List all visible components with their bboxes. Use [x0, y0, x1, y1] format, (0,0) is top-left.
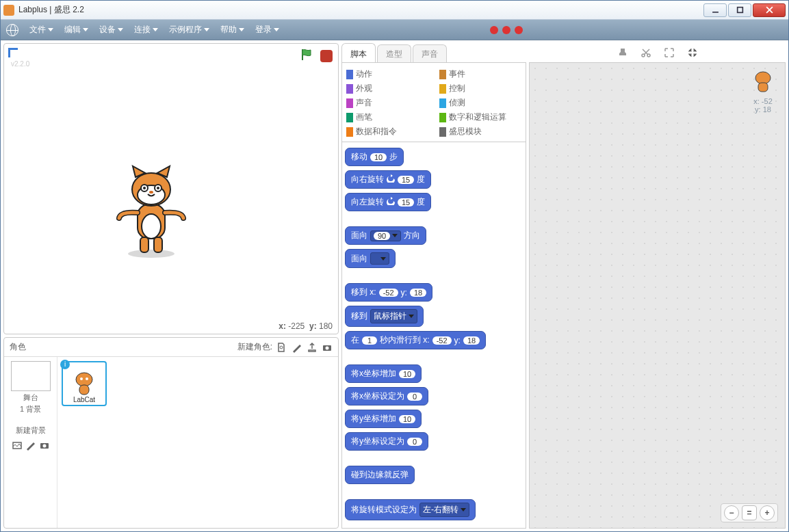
backdrop-paint-icon[interactable]	[25, 440, 36, 451]
turn-left-icon	[387, 197, 395, 207]
category-item[interactable]: 外观	[346, 83, 428, 94]
category-item[interactable]: 事件	[439, 68, 521, 80]
category-item[interactable]: 画笔	[346, 111, 428, 123]
block-set-x[interactable]: 将x坐标设定为0	[345, 387, 428, 405]
category-pane: 动作事件外观控制声音侦测画笔数字和逻辑运算数据和指令盛思模块	[341, 62, 526, 142]
turn-right-icon	[387, 174, 395, 185]
tab-costume[interactable]: 造型	[377, 44, 411, 62]
category-swatch	[439, 84, 446, 94]
stage[interactable]: v2.2.0	[3, 43, 339, 334]
menu-help[interactable]: 帮助	[216, 22, 248, 38]
content: v2.2.0	[1, 40, 788, 531]
menu-device[interactable]: 设备	[95, 22, 127, 38]
svg-point-15	[149, 191, 153, 194]
menu-login[interactable]: 登录	[251, 22, 283, 38]
backdrop-library-icon[interactable]	[12, 440, 23, 451]
version-label: v2.2.0	[11, 60, 29, 68]
app-window: Labplus | 盛思 2.2 文件 编辑 设备 连接 示例程序 帮助 登录 …	[0, 0, 789, 532]
stamp-icon[interactable]	[617, 47, 628, 58]
category-item[interactable]: 数字和逻辑运算	[439, 111, 521, 123]
svg-point-18	[326, 346, 329, 349]
svg-point-14	[157, 187, 159, 189]
block-point-direction[interactable]: 面向90方向	[345, 226, 426, 245]
category-label: 外观	[356, 83, 372, 94]
minimize-button[interactable]	[703, 3, 727, 17]
block-goto-xy[interactable]: 移到 x:-52y:18	[345, 283, 432, 302]
category-swatch	[346, 127, 353, 137]
shrink-icon[interactable]	[687, 47, 698, 58]
right-column: x: -52 y: 18 − = +	[529, 43, 786, 529]
zoom-controls: − = +	[721, 503, 778, 522]
close-button[interactable]	[753, 3, 786, 17]
stop-button[interactable]	[320, 50, 333, 62]
svg-point-6	[142, 214, 161, 239]
block-rotation-style[interactable]: 将旋转模式设定为左-右翻转	[345, 499, 476, 520]
paint-icon[interactable]	[292, 342, 302, 353]
zoom-reset-button[interactable]: =	[742, 505, 757, 520]
category-label: 画笔	[356, 111, 372, 123]
category-item[interactable]: 数据和指令	[346, 126, 428, 137]
block-glide[interactable]: 在1秒内滑行到 x:-52y:18	[345, 331, 486, 349]
fullscreen-icon[interactable]	[8, 48, 18, 57]
maximize-button[interactable]	[728, 3, 751, 17]
category-label: 声音	[356, 97, 372, 109]
block-bounce[interactable]: 碰到边缘就反弹	[345, 466, 415, 484]
menu-connect[interactable]: 连接	[130, 22, 162, 38]
block-point-towards[interactable]: 面向	[345, 249, 396, 268]
block-turn-left[interactable]: 向左旋转15度	[345, 193, 431, 211]
middle-column: 脚本 造型 声音 动作事件外观控制声音侦测画笔数字和逻辑运算数据和指令盛思模块 …	[341, 43, 526, 529]
new-backdrop-label: 新建背景	[16, 425, 46, 436]
sprite-on-stage[interactable]	[114, 163, 189, 261]
tab-script[interactable]: 脚本	[341, 43, 376, 62]
category-item[interactable]: 动作	[346, 68, 428, 80]
category-item[interactable]: 控制	[439, 83, 521, 94]
svg-point-22	[76, 373, 92, 386]
sprite-item[interactable]: i LabCat	[62, 361, 107, 406]
svg-rect-8	[154, 237, 162, 252]
upload-icon[interactable]	[307, 342, 318, 353]
menu-file[interactable]: 文件	[25, 22, 57, 38]
svg-point-4	[128, 250, 174, 258]
grow-icon[interactable]	[664, 47, 675, 58]
caret-down-icon	[153, 28, 158, 31]
sprite-thumbnail[interactable]: x: -52 y: 18	[749, 68, 777, 114]
category-swatch	[439, 113, 446, 122]
tab-sound[interactable]: 声音	[413, 44, 447, 62]
scissors-icon[interactable]	[641, 47, 651, 58]
block-turn-right[interactable]: 向右旋转15度	[345, 170, 431, 189]
block-goto-object[interactable]: 移到鼠标指针	[345, 306, 424, 327]
backdrop-camera-icon[interactable]	[39, 440, 50, 451]
svg-rect-1	[737, 8, 742, 13]
caret-down-icon	[118, 28, 123, 31]
caret-down-icon	[274, 28, 279, 31]
info-icon[interactable]: i	[60, 360, 70, 369]
stage-label: 舞台	[23, 393, 38, 403]
category-item[interactable]: 侦测	[439, 97, 521, 109]
menu-edit[interactable]: 编辑	[60, 22, 92, 38]
block-change-x[interactable]: 将x坐标增加10	[345, 364, 422, 383]
category-label: 动作	[356, 68, 372, 80]
category-swatch	[346, 84, 353, 94]
block-set-y[interactable]: 将y坐标设定为0	[345, 432, 428, 451]
category-swatch	[439, 127, 446, 137]
block-move[interactable]: 移动10步	[345, 148, 404, 166]
language-icon[interactable]	[6, 24, 18, 36]
category-item[interactable]: 声音	[346, 97, 428, 109]
thumb-x: x: -52	[749, 97, 777, 105]
menu-examples[interactable]: 示例程序	[165, 22, 214, 38]
caret-down-icon	[48, 28, 53, 31]
category-item[interactable]: 盛思模块	[439, 126, 521, 137]
zoom-in-button[interactable]: +	[760, 505, 775, 520]
stage-thumbnail[interactable]	[11, 361, 51, 391]
stage-selector[interactable]: 舞台 1 背景 新建背景	[4, 357, 57, 528]
caret-down-icon	[204, 28, 209, 31]
block-change-y[interactable]: 将y坐标增加10	[345, 410, 422, 428]
zoom-out-button[interactable]: −	[724, 505, 739, 520]
green-flag-button[interactable]	[300, 48, 313, 64]
camera-icon[interactable]	[322, 342, 333, 353]
library-icon[interactable]	[276, 342, 287, 353]
blocks-palette[interactable]: 移动10步 向右旋转15度 向左旋转15度 面向90方向 面向 移到 x:-52…	[341, 142, 526, 529]
category-label: 事件	[449, 68, 465, 80]
script-area[interactable]: x: -52 y: 18 − = +	[529, 62, 786, 529]
editor-toolbar	[529, 43, 786, 62]
